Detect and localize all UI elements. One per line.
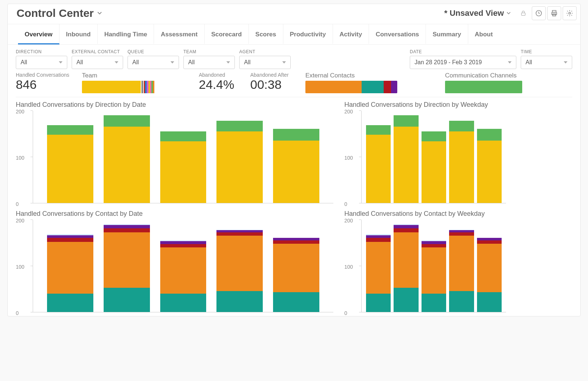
team-filter-value: All bbox=[188, 59, 195, 66]
bar-column bbox=[104, 115, 150, 203]
tab-summary[interactable]: Summary bbox=[426, 24, 468, 44]
agent-filter[interactable]: All bbox=[239, 56, 291, 69]
tabs: OverviewInboundHandling TimeAssessmentSc… bbox=[8, 24, 580, 45]
lock-icon bbox=[516, 6, 530, 20]
bar-column bbox=[366, 234, 391, 312]
external-contact-filter[interactable]: All bbox=[72, 56, 123, 69]
tab-overview[interactable]: Overview bbox=[18, 24, 60, 44]
y-tick-label: 100 bbox=[16, 264, 24, 270]
bar-segment bbox=[449, 131, 474, 203]
queue-filter[interactable]: All bbox=[128, 56, 179, 69]
bar-column bbox=[477, 129, 502, 203]
strip-segment bbox=[362, 81, 384, 93]
agent-filter-value: All bbox=[244, 59, 251, 66]
bar-segment bbox=[47, 294, 93, 312]
abandoned-after-value: 00:38 bbox=[250, 78, 294, 91]
view-dropdown[interactable]: * Unsaved View bbox=[444, 8, 511, 18]
team-strip bbox=[82, 81, 159, 93]
agent-filter-label: AGENT bbox=[239, 49, 291, 54]
external-strip-title: External Contacts bbox=[305, 72, 397, 79]
tab-productivity[interactable]: Productivity bbox=[283, 24, 333, 44]
bar-segment bbox=[477, 129, 502, 141]
chart-direction-by-date: 0100200 bbox=[16, 111, 333, 203]
bar-column bbox=[273, 238, 319, 312]
strip-segment bbox=[384, 81, 391, 93]
bar-segment bbox=[422, 241, 446, 244]
chevron-down-icon bbox=[171, 61, 174, 64]
y-tick-label: 200 bbox=[344, 109, 353, 115]
tab-about[interactable]: About bbox=[468, 24, 499, 44]
bar-segment bbox=[160, 141, 207, 203]
tab-scorecard[interactable]: Scorecard bbox=[205, 24, 249, 44]
bar-segment bbox=[104, 232, 150, 288]
bar-column bbox=[160, 131, 207, 203]
date-filter[interactable]: Jan 28 2019 - Feb 3 2019 bbox=[410, 56, 516, 69]
chart-contact-by-date: 0100200 bbox=[16, 220, 333, 312]
bar-segment bbox=[422, 244, 446, 247]
settings-button[interactable] bbox=[563, 6, 577, 20]
bar-segment bbox=[47, 242, 93, 294]
bar-segment bbox=[104, 228, 150, 232]
y-tick-label: 0 bbox=[344, 310, 347, 316]
y-tick-label: 200 bbox=[16, 218, 24, 224]
external-contact-filter-label: EXTERNAL CONTACT bbox=[72, 49, 123, 54]
bar-segment bbox=[216, 236, 263, 291]
bar-segment bbox=[449, 232, 474, 236]
bar-segment bbox=[394, 225, 418, 228]
tab-handling-time[interactable]: Handling Time bbox=[98, 24, 154, 44]
bar-segment bbox=[366, 242, 391, 294]
bar-segment bbox=[422, 141, 446, 203]
print-button[interactable] bbox=[547, 6, 561, 20]
bar-segment bbox=[394, 127, 418, 203]
bar-segment bbox=[47, 238, 93, 242]
bar-segment bbox=[160, 247, 207, 294]
direction-filter[interactable]: All bbox=[16, 56, 67, 69]
bar-segment bbox=[394, 115, 418, 127]
queue-filter-label: QUEUE bbox=[128, 49, 179, 54]
chevron-down-icon bbox=[59, 61, 62, 64]
y-tick-label: 0 bbox=[344, 201, 347, 207]
time-filter[interactable]: All bbox=[521, 56, 572, 69]
bar-segment bbox=[422, 247, 446, 294]
bar-column bbox=[273, 129, 319, 203]
bar-column bbox=[366, 125, 391, 203]
tab-assessment[interactable]: Assessment bbox=[154, 24, 204, 44]
tab-inbound[interactable]: Inbound bbox=[60, 24, 98, 44]
bar-segment bbox=[394, 232, 418, 288]
tab-conversations[interactable]: Conversations bbox=[369, 24, 426, 44]
bar-segment bbox=[160, 131, 207, 142]
bar-segment bbox=[160, 241, 207, 244]
bar-column bbox=[47, 125, 93, 203]
bar-segment bbox=[422, 294, 446, 312]
bar-segment bbox=[216, 291, 263, 312]
chevron-down-icon bbox=[564, 61, 567, 64]
chart3-title: Handled Conversations by Contact by Date bbox=[16, 210, 333, 218]
bar-segment bbox=[422, 131, 446, 142]
abandoned-after-label: Abandoned After bbox=[250, 72, 294, 78]
channels-strip bbox=[445, 81, 522, 93]
strip-segment bbox=[82, 81, 141, 93]
clock-button[interactable] bbox=[532, 6, 546, 20]
bar-column bbox=[216, 121, 263, 203]
bar-segment bbox=[160, 294, 207, 312]
bar-column bbox=[216, 230, 263, 312]
team-filter[interactable]: All bbox=[183, 56, 235, 69]
svg-point-5 bbox=[569, 12, 571, 14]
bar-segment bbox=[477, 292, 502, 312]
bar-segment bbox=[47, 235, 93, 238]
page-title[interactable]: Control Center bbox=[17, 7, 103, 19]
tab-scores[interactable]: Scores bbox=[249, 24, 283, 44]
bar-segment bbox=[366, 294, 391, 312]
chart4-title: Handled Conversations by Contact by Week… bbox=[344, 210, 506, 218]
bar-segment bbox=[449, 291, 474, 312]
bar-segment bbox=[104, 225, 150, 228]
handled-value: 846 bbox=[16, 78, 71, 91]
bar-segment bbox=[273, 129, 319, 141]
bar-segment bbox=[273, 240, 319, 244]
bar-segment bbox=[394, 228, 418, 232]
bar-segment bbox=[47, 135, 93, 203]
bar-column bbox=[449, 230, 474, 312]
tab-activity[interactable]: Activity bbox=[333, 24, 369, 44]
handled-label: Handled Conversations bbox=[16, 72, 71, 78]
bar-column bbox=[394, 115, 418, 203]
